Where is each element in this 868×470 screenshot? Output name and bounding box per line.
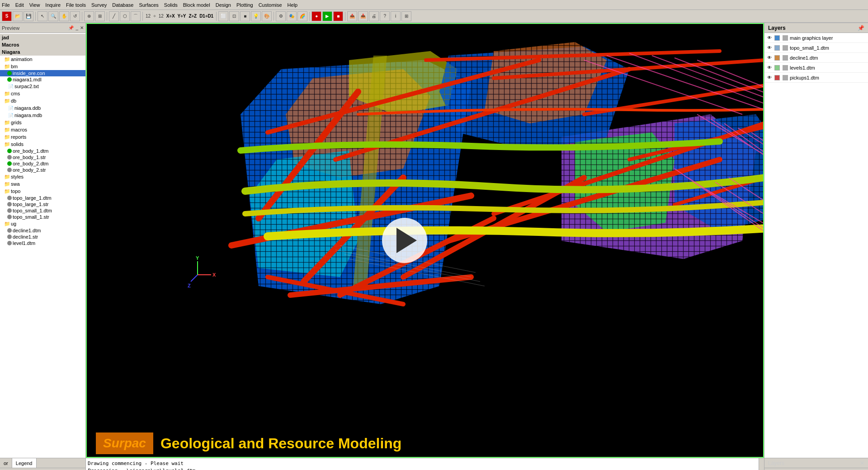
menu-solids[interactable]: Solids bbox=[164, 2, 178, 8]
tb-render[interactable]: 🎨 bbox=[262, 11, 272, 21]
menu-survey[interactable]: Survey bbox=[91, 2, 107, 8]
layer-item-main[interactable]: 👁 main graphics layer bbox=[764, 33, 868, 43]
layer-item-decline[interactable]: 👁 decline1.dtm bbox=[764, 53, 868, 63]
tb-snap[interactable]: ⊕ bbox=[84, 11, 94, 21]
tree-swa[interactable]: swa bbox=[0, 180, 85, 188]
tree-niagara-mdb[interactable]: 📄 niagara.mdb bbox=[0, 112, 85, 119]
tb-save[interactable]: 💾 bbox=[24, 11, 33, 21]
layer-color-pickups bbox=[774, 75, 780, 80]
tree-macros[interactable]: macros bbox=[0, 126, 85, 133]
tree-decline1-dtm[interactable]: decline1.dtm bbox=[0, 227, 85, 234]
menu-view[interactable]: View bbox=[29, 2, 40, 8]
menu-database[interactable]: Database bbox=[112, 2, 133, 8]
layer-item-levels[interactable]: 👁 levels1.dtm bbox=[764, 63, 868, 73]
tb-light[interactable]: 💡 bbox=[251, 11, 261, 21]
tb-open[interactable]: 📂 bbox=[13, 11, 23, 21]
layer-vis-levels[interactable]: 👁 bbox=[766, 65, 773, 71]
preview-close-icon[interactable]: ✕ bbox=[80, 25, 84, 30]
menu-help[interactable]: Help bbox=[288, 2, 298, 8]
menu-blockmodel[interactable]: Block model bbox=[183, 2, 210, 8]
tb-print[interactable]: 🖨 bbox=[369, 11, 379, 21]
tree-db[interactable]: db bbox=[0, 97, 85, 104]
tab-legend[interactable]: Legend bbox=[12, 458, 37, 468]
tree-decline1-str[interactable]: decline1.str bbox=[0, 234, 85, 240]
tree-ore-body-1-str[interactable]: ore_body_1.str bbox=[0, 154, 85, 160]
layer-vis-pickups[interactable]: 👁 bbox=[766, 75, 773, 81]
tree-solids[interactable]: solids bbox=[0, 141, 85, 148]
bottom-left-content: C:\at\Niagara\solid... bbox=[0, 468, 85, 470]
tb-info[interactable]: i bbox=[391, 11, 401, 21]
tree-topo-large-1-dtm[interactable]: topo_large_1.dtm bbox=[0, 195, 85, 201]
tab-or[interactable]: or bbox=[0, 458, 12, 468]
tree-animation[interactable]: animation bbox=[0, 56, 85, 63]
tb-play-grn[interactable]: ▶ bbox=[322, 11, 332, 21]
tree-level1-dtm[interactable]: level1.dtm bbox=[0, 240, 85, 246]
preview-min-icon[interactable]: _ bbox=[75, 25, 78, 30]
console-scrollbar[interactable] bbox=[759, 458, 764, 470]
tb-import[interactable]: 📥 bbox=[358, 11, 368, 21]
tb-extra[interactable]: ⊞ bbox=[401, 11, 411, 21]
menu-surfaces[interactable]: Surfaces bbox=[139, 2, 158, 8]
preview-pin-icon[interactable]: 📌 bbox=[68, 25, 74, 30]
tree-topo[interactable]: topo bbox=[0, 188, 85, 195]
layer-vis-main[interactable]: 👁 bbox=[766, 35, 773, 41]
bottom-banner: Surpac Geological and Resource Modeling bbox=[87, 430, 763, 457]
layer-vis-topo[interactable]: 👁 bbox=[766, 45, 773, 51]
tree-cms[interactable]: cms bbox=[0, 90, 85, 97]
tb-line[interactable]: ╱ bbox=[109, 11, 119, 21]
tree-inside-ore-con[interactable]: inside_ore.con bbox=[0, 70, 85, 76]
menu-file[interactable]: File bbox=[2, 2, 10, 8]
tb-help-btn[interactable]: ? bbox=[380, 11, 390, 21]
tree-reports[interactable]: reports bbox=[0, 133, 85, 141]
preview-label: Preview bbox=[2, 25, 19, 31]
tb-record-red[interactable]: ● bbox=[311, 11, 321, 21]
tb-wire[interactable]: ⊡ bbox=[229, 11, 239, 21]
tb-grid[interactable]: ⊞ bbox=[95, 11, 105, 21]
layer-item-topo[interactable]: 👁 topo_small_1.dtm bbox=[764, 43, 868, 53]
tree-ore-body-2-str[interactable]: ore_body_2.str bbox=[0, 167, 85, 173]
folder-icon-reports bbox=[4, 134, 11, 140]
tree-styles[interactable]: styles bbox=[0, 173, 85, 180]
tb-new[interactable]: S bbox=[2, 11, 12, 21]
tree-topo-small-1-str[interactable]: topo_small_1.str bbox=[0, 214, 85, 220]
tb-stop-red[interactable]: ■ bbox=[333, 11, 343, 21]
tb-solid[interactable]: ■ bbox=[240, 11, 250, 21]
tb-export[interactable]: 📤 bbox=[347, 11, 357, 21]
menu-plotting[interactable]: Plotting bbox=[236, 2, 253, 8]
bottom-right-panel: Layers ✕ bbox=[764, 458, 868, 470]
tb-rotate[interactable]: ↺ bbox=[70, 11, 80, 21]
layer-name-main: main graphics layer bbox=[790, 35, 833, 41]
tb-colormap[interactable]: 🌈 bbox=[297, 11, 307, 21]
tree-surpac2-txt[interactable]: 📄 surpac2.txt bbox=[0, 83, 85, 90]
menu-edit[interactable]: Edit bbox=[15, 2, 24, 8]
tb-view3d[interactable]: ⬜ bbox=[218, 11, 228, 21]
menu-customise[interactable]: Customise bbox=[259, 2, 282, 8]
menu-inquire[interactable]: Inquire bbox=[45, 2, 61, 8]
tree-grids[interactable]: grids bbox=[0, 119, 85, 126]
tree-topo-small-1-dtm[interactable]: topo_small_1.dtm bbox=[0, 207, 85, 214]
tb-select[interactable]: ↖ bbox=[38, 11, 47, 21]
tree-niagara-ddb[interactable]: 📄 niagara.ddb bbox=[0, 104, 85, 112]
tb-pan[interactable]: ✋ bbox=[59, 11, 69, 21]
tree-ore-body-1-dtm[interactable]: ore_body_1.dtm bbox=[0, 148, 85, 154]
tb-theme[interactable]: 🎭 bbox=[287, 11, 297, 21]
bottom-section: or Legend C:\at\Niagara\solid... Drawing… bbox=[0, 458, 868, 470]
tree-niagara1-mdl[interactable]: niagara1.mdl bbox=[0, 76, 85, 83]
tb-arc[interactable]: ⌒ bbox=[131, 11, 141, 21]
menu-design[interactable]: Design bbox=[216, 2, 231, 8]
tb-settings[interactable]: ⚙ bbox=[276, 11, 286, 21]
tb-y-label: Y÷Y bbox=[177, 14, 187, 19]
tree-ug[interactable]: ug bbox=[0, 220, 85, 227]
play-button[interactable] bbox=[382, 218, 427, 263]
tb-poly[interactable]: ⬡ bbox=[120, 11, 130, 21]
layers-bottom-close-icon[interactable]: ✕ bbox=[860, 460, 864, 466]
layers-pin-icon[interactable]: 📌 bbox=[858, 25, 864, 31]
tree-ore-body-2-dtm[interactable]: ore_body_2.dtm bbox=[0, 160, 85, 167]
viewport[interactable]: X Y Z Surpac Geological and Resource Mod… bbox=[86, 23, 764, 458]
tree-bm[interactable]: bm bbox=[0, 63, 85, 70]
tb-zoom[interactable]: 🔍 bbox=[48, 11, 58, 21]
layer-item-pickups[interactable]: 👁 pickups1.dtm bbox=[764, 73, 868, 83]
tree-topo-large-1-str[interactable]: topo_large_1.str bbox=[0, 201, 85, 207]
menu-filetools[interactable]: File tools bbox=[66, 2, 86, 8]
layer-vis-decline[interactable]: 👁 bbox=[766, 55, 773, 61]
